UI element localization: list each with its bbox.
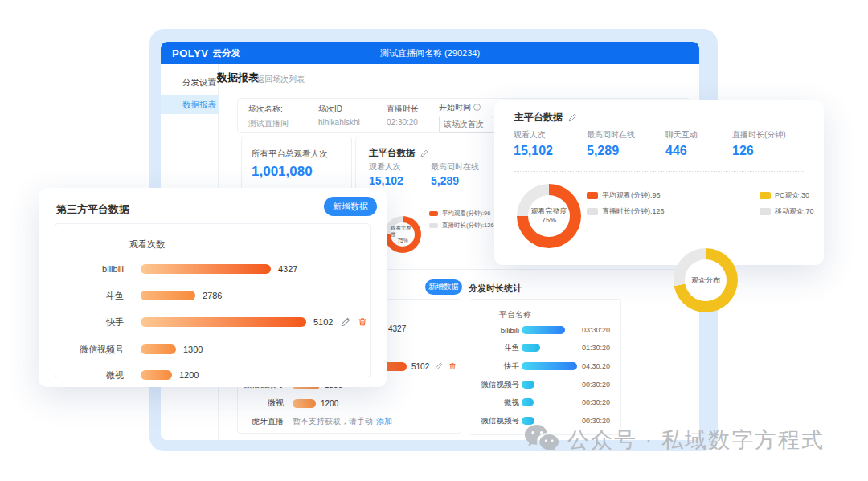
duration-time-douyu: 01:30:20 — [582, 344, 610, 352]
legend-swatch-live-duration — [429, 223, 438, 228]
third-party-panel-chart-box: 观看次数 bilibili 4327 斗鱼 2786 快手 5102 微信视频号 — [55, 223, 371, 377]
main-platform-card-title: 主平台数据 — [369, 147, 416, 159]
views-stat-value: 15,102 — [369, 174, 403, 187]
peak-online-stat-value: 5,289 — [431, 174, 479, 187]
duration-row-bilibili: bilibili 03:30:20 — [469, 325, 565, 335]
legend-label-mobile-viewers: 移动观众:70 — [775, 206, 814, 217]
sidebar-item-distribution-settings[interactable]: 分发设置 — [161, 72, 219, 92]
live-duration-label: 直播时长 — [387, 104, 419, 115]
bar-label-kuaishou: 快手 — [55, 316, 124, 328]
back-to-session-list-link[interactable]: ‹ 返回场次列表 — [251, 74, 305, 85]
bar-label-weishi: 微视 — [238, 397, 284, 409]
bar-bilibili — [141, 264, 271, 274]
live-duration-field: 直播时长 02:30:20 — [387, 104, 419, 127]
sidebar-item-data-report[interactable]: 数据报表 — [161, 95, 219, 114]
back-link-label: 返回场次列表 — [256, 74, 305, 85]
stat-duration-value: 126 — [732, 144, 786, 158]
views-stat: 观看人次 15,102 — [369, 161, 403, 187]
peak-online-stat: 最高同时在线 5,289 — [431, 161, 479, 187]
edit-icon[interactable] — [341, 317, 350, 327]
bar-douyu — [141, 291, 195, 300]
donut-center-label: 观看完整度 — [391, 225, 415, 238]
bar-row-huya: 虎牙直播 暂不支持获取，请手动 添加 — [238, 416, 392, 427]
distribution-donut-label: 观众分布 — [691, 276, 720, 285]
bar-value-bilibili: 4327 — [278, 264, 297, 274]
bar-value-kuaishou: 5102 — [411, 362, 429, 371]
stat-chat-label: 聊天互动 — [665, 129, 698, 141]
live-duration-value: 02:30:20 — [387, 118, 419, 127]
bar-weishi — [293, 399, 316, 408]
stat-peak-online-value: 5,289 — [587, 144, 635, 158]
completion-legend: 平均观看(分钟):96 直播时长(分钟):126 — [587, 190, 665, 217]
wechat-icon — [524, 424, 559, 455]
duration-label-kuaishou: 快手 — [469, 361, 519, 372]
session-id-field: 场次ID hlhlkahlskhl — [318, 104, 360, 127]
duration-time-wechat-channels: 00:30:20 — [582, 381, 610, 389]
stat-peak-online: 最高同时在线 5,289 — [587, 129, 635, 158]
room-title: 测试直播间名称 (290234) — [161, 42, 699, 64]
bar-row-weishi: 微视 1200 — [55, 369, 199, 381]
legend-swatch-live-duration — [587, 208, 598, 215]
legend-swatch-pc-viewers — [760, 192, 771, 199]
completion-donut: 观看完整度 75% — [517, 184, 581, 248]
start-time-select[interactable]: 该场次首次 — [439, 116, 493, 133]
duration-bar-douyu — [522, 344, 540, 352]
legend-swatch-avg-watch — [429, 211, 438, 216]
bar-row-kuaishou: 快手 5102 — [55, 316, 367, 328]
duration-row-wechat-channels: 微信视频号 00:30:20 — [469, 380, 534, 389]
app-header: 测试直播间名称 (290234) POLYV 云分发 — [161, 42, 699, 64]
completion-donut-mini: 观看完整度 75% — [384, 216, 421, 253]
bar-value-weishi: 1200 — [321, 399, 338, 408]
bar-label-douyu: 斗鱼 — [55, 290, 124, 302]
delete-icon[interactable] — [448, 362, 457, 370]
huya-add-link[interactable]: 添加 — [376, 416, 392, 427]
duration-row-douyu: 斗鱼 01:30:20 — [469, 343, 540, 353]
duration-row-weishi: 微视 00:30:20 — [469, 397, 534, 407]
edit-icon[interactable] — [435, 362, 443, 370]
bar-row-wechat-channels: 微信视频号 1300 — [55, 343, 203, 356]
panel-title: 第三方平台数据 — [56, 202, 129, 217]
stat-chat-value: 446 — [665, 144, 698, 158]
add-data-button[interactable]: 新增数据 — [425, 279, 462, 295]
stat-duration: 直播时长(分钟) 126 — [732, 129, 786, 158]
huya-note: 暂不支持获取，请手动 — [293, 416, 373, 427]
bar-row-bilibili: bilibili 4327 — [55, 263, 297, 275]
bar-weishi — [141, 370, 172, 380]
legend-label-avg-watch: 平均观看(分钟):96 — [442, 210, 490, 218]
session-name-field: 场次名称: 测试直播间 — [248, 104, 289, 129]
bar-value-weishi: 1200 — [179, 370, 199, 380]
main-platform-card-title-row: 主平台数据 — [369, 147, 428, 159]
session-name-label: 场次名称: — [248, 104, 289, 115]
panel-title: 主平台数据 — [514, 111, 563, 124]
third-party-panel: 第三方平台数据 新增数据 观看次数 bilibili 4327 斗鱼 2786 … — [39, 188, 387, 387]
app-logo: POLYV 云分发 — [172, 42, 240, 64]
duration-chart-box: 平台名称 bilibili 03:30:20 斗鱼 01:30:20 快手 04… — [469, 299, 621, 435]
duration-time-kuaishou: 04:30:20 — [582, 362, 610, 370]
duration-row-kuaishou: 快手 04:30:20 — [469, 361, 577, 371]
logo-polyv: POLYV — [172, 47, 208, 59]
session-id-value: hlhlkahlskhl — [318, 118, 360, 127]
completion-donut-value: 75% — [542, 216, 556, 225]
delete-icon[interactable] — [358, 317, 367, 327]
stat-chat: 聊天互动 446 — [665, 129, 698, 158]
bar-kuaishou — [141, 317, 306, 327]
donut-center-value: 75% — [397, 238, 407, 244]
distribution-donut: 观众分布 — [674, 248, 738, 312]
logo-cloud-distribution: 云分发 — [212, 47, 240, 59]
edit-icon[interactable] — [568, 113, 577, 122]
duration-label-douyu: 斗鱼 — [469, 343, 519, 353]
add-data-button[interactable]: 新增数据 — [324, 197, 377, 216]
bar-value-douyu: 2786 — [203, 291, 222, 300]
stat-views: 观看人次 15,102 — [514, 129, 553, 158]
bar-value-wechat-channels: 1300 — [183, 344, 203, 354]
bar-label-huya: 虎牙直播 — [238, 416, 284, 427]
duration-label-bilibili: bilibili — [469, 326, 519, 335]
duration-time-weishi: 00:30:20 — [582, 398, 610, 406]
screenshot-root: 测试直播间名称 (290234) POLYV 云分发 分发设置 数据报表 数据报… — [0, 0, 868, 481]
watermark: 公众号 · 私域数字方程式 — [524, 424, 825, 455]
legend-label-live-duration: 直播时长(分钟):126 — [442, 222, 494, 230]
completion-legend-mini: 平均观看(分钟):96 直播时长(分钟):126 — [429, 210, 494, 230]
duration-bar-weishi — [522, 398, 534, 406]
stat-duration-label: 直播时长(分钟) — [732, 129, 786, 141]
edit-icon[interactable] — [420, 149, 428, 157]
